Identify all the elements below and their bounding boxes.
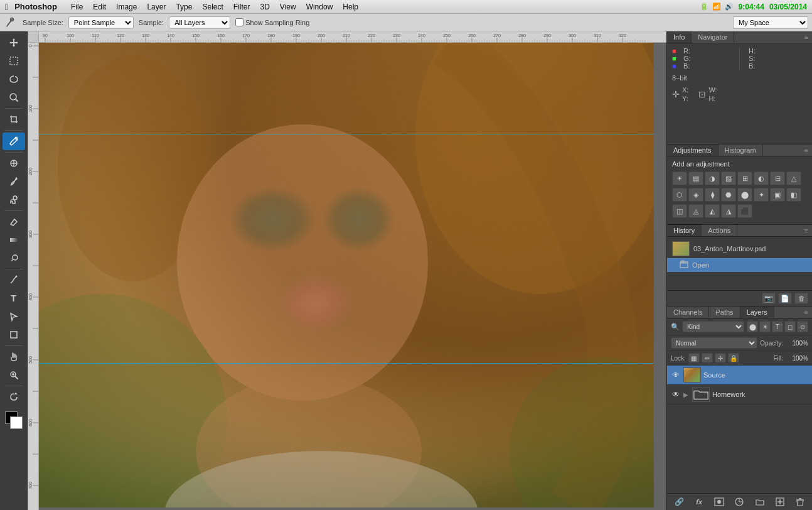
- adj-levels-icon[interactable]: ▤: [688, 171, 703, 185]
- menu-layer[interactable]: Layer: [142, 1, 171, 13]
- layer-source[interactable]: 👁 Source: [667, 366, 812, 385]
- adj-selective-icon[interactable]: ◧: [786, 188, 801, 202]
- tab-layers[interactable]: Layers: [740, 307, 774, 318]
- layer-homework[interactable]: 👁 ▶ Homework: [667, 385, 812, 404]
- menu-3d[interactable]: 3D: [255, 1, 274, 13]
- shape-tool[interactable]: [3, 326, 25, 344]
- color-swatch[interactable]: [3, 409, 25, 431]
- menu-filter[interactable]: Filter: [228, 1, 255, 13]
- opacity-value[interactable]: 100%: [786, 340, 808, 347]
- layers-mask-btn[interactable]: [712, 496, 726, 507]
- history-create-document-btn[interactable]: 📄: [778, 293, 792, 304]
- adj-gradientmap-icon[interactable]: ▣: [770, 188, 785, 202]
- hand-tool[interactable]: [3, 348, 25, 366]
- adj-extra5-icon[interactable]: ⬛: [737, 204, 752, 218]
- layer-source-visibility[interactable]: 👁: [671, 370, 681, 380]
- adj-colorlookup-icon[interactable]: ⧫: [705, 188, 720, 202]
- quick-select-tool[interactable]: [3, 89, 25, 106]
- tab-histogram[interactable]: Histogram: [719, 144, 763, 156]
- filter-pixel-icon[interactable]: ⬤: [747, 321, 758, 332]
- layers-kind-select[interactable]: Kind Name Effect Mode: [682, 321, 744, 332]
- tab-actions[interactable]: Actions: [702, 225, 737, 236]
- adj-posterize-icon[interactable]: ⬤: [737, 188, 752, 202]
- lock-transparent-btn[interactable]: ▦: [688, 353, 700, 363]
- lock-image-btn[interactable]: ✏: [702, 353, 713, 363]
- stamp-tool[interactable]: [3, 191, 25, 209]
- dodge-tool[interactable]: [3, 249, 25, 267]
- apple-menu[interactable]: : [5, 2, 8, 12]
- adj-extra4-icon[interactable]: ◮: [721, 204, 736, 218]
- tab-info[interactable]: Info: [667, 31, 692, 43]
- menu-help[interactable]: Help: [338, 1, 363, 13]
- layers-new-btn[interactable]: [773, 496, 787, 507]
- layers-panel-menu[interactable]: ≡: [801, 307, 812, 318]
- menu-file[interactable]: File: [66, 1, 88, 13]
- adj-extra2-icon[interactable]: ◬: [688, 204, 703, 218]
- menu-edit[interactable]: Edit: [88, 1, 111, 13]
- adj-brightness-icon[interactable]: ☀: [672, 171, 687, 185]
- history-item-open[interactable]: Open: [667, 258, 812, 272]
- adj-bw-icon[interactable]: △: [786, 171, 801, 185]
- layer-homework-visibility[interactable]: 👁: [671, 389, 681, 399]
- tab-history[interactable]: History: [667, 225, 702, 236]
- eraser-tool[interactable]: [3, 213, 25, 231]
- sample-size-select[interactable]: Point Sample 3 by 3 Average 5 by 5 Avera…: [68, 16, 134, 29]
- adj-channelmixer-icon[interactable]: ◈: [688, 188, 703, 202]
- menu-type[interactable]: Type: [171, 1, 197, 13]
- tab-paths[interactable]: Paths: [709, 307, 740, 318]
- layers-delete-btn[interactable]: [793, 496, 807, 507]
- gradient-tool[interactable]: [3, 231, 25, 249]
- adj-extra3-icon[interactable]: ◭: [705, 204, 720, 218]
- crop-tool[interactable]: [3, 111, 25, 128]
- show-sampling-ring-label[interactable]: Show Sampling Ring: [235, 18, 309, 26]
- layers-group-btn[interactable]: [753, 496, 767, 507]
- history-panel-menu[interactable]: ≡: [801, 225, 812, 236]
- adj-extra1-icon[interactable]: ◫: [672, 204, 687, 218]
- workspace-selector[interactable]: My Space Essentials Photography: [733, 16, 808, 29]
- adj-curves-icon[interactable]: ◑: [705, 171, 720, 185]
- adj-photofilter-icon[interactable]: ⬡: [672, 188, 687, 202]
- eyedropper-tool[interactable]: [3, 133, 25, 150]
- rotate-view-tool[interactable]: [3, 388, 25, 406]
- history-delete-btn[interactable]: 🗑: [794, 293, 808, 304]
- history-create-snapshot-btn[interactable]: 📷: [762, 293, 776, 304]
- lasso-tool[interactable]: [3, 70, 25, 88]
- workspace-select[interactable]: My Space Essentials Photography: [733, 16, 808, 29]
- filter-smart-icon[interactable]: ⊙: [797, 321, 808, 332]
- adj-invert-icon[interactable]: ⬣: [721, 188, 736, 202]
- show-sampling-ring-checkbox[interactable]: [235, 18, 243, 26]
- adj-colorbalance-icon[interactable]: ⊟: [770, 171, 785, 185]
- adj-panel-menu[interactable]: ≡: [801, 144, 812, 156]
- healing-tool[interactable]: [3, 155, 25, 172]
- menu-select[interactable]: Select: [197, 1, 228, 13]
- filter-adjustment-icon[interactable]: ☀: [759, 321, 771, 332]
- adj-exposure-icon[interactable]: ▧: [721, 171, 736, 185]
- move-tool[interactable]: [3, 34, 25, 52]
- menu-view[interactable]: View: [275, 1, 301, 13]
- brush-tool[interactable]: [3, 173, 25, 190]
- filter-type-icon[interactable]: T: [772, 321, 783, 332]
- marquee-tool[interactable]: [3, 52, 25, 70]
- menu-window[interactable]: Window: [301, 1, 338, 13]
- lock-position-btn[interactable]: ✛: [715, 353, 726, 363]
- adj-vibrance-icon[interactable]: ⊞: [737, 171, 752, 185]
- zoom-tool[interactable]: [3, 366, 25, 384]
- layers-fx-btn[interactable]: fx: [692, 496, 706, 507]
- layers-link-btn[interactable]: 🔗: [672, 496, 686, 507]
- fill-value[interactable]: 100%: [786, 355, 808, 362]
- lock-all-btn[interactable]: 🔒: [728, 353, 739, 363]
- sample-select[interactable]: All Layers Current Layer: [169, 16, 230, 29]
- adj-threshold-icon[interactable]: ✦: [754, 188, 769, 202]
- layers-adjustment-btn[interactable]: [732, 496, 746, 507]
- tab-adjustments[interactable]: Adjustments: [667, 144, 719, 156]
- pen-tool[interactable]: [3, 271, 25, 289]
- blend-mode-select[interactable]: Normal Multiply Screen Overlay: [671, 337, 757, 349]
- background-color[interactable]: [10, 416, 23, 429]
- type-tool[interactable]: T: [3, 290, 25, 307]
- path-select-tool[interactable]: [3, 308, 25, 325]
- adj-hsl-icon[interactable]: ◐: [754, 171, 769, 185]
- info-panel-menu[interactable]: ≡: [801, 31, 812, 43]
- filter-shape-icon[interactable]: ◻: [784, 321, 796, 332]
- tab-navigator[interactable]: Navigator: [692, 31, 734, 43]
- tab-channels[interactable]: Channels: [667, 307, 709, 318]
